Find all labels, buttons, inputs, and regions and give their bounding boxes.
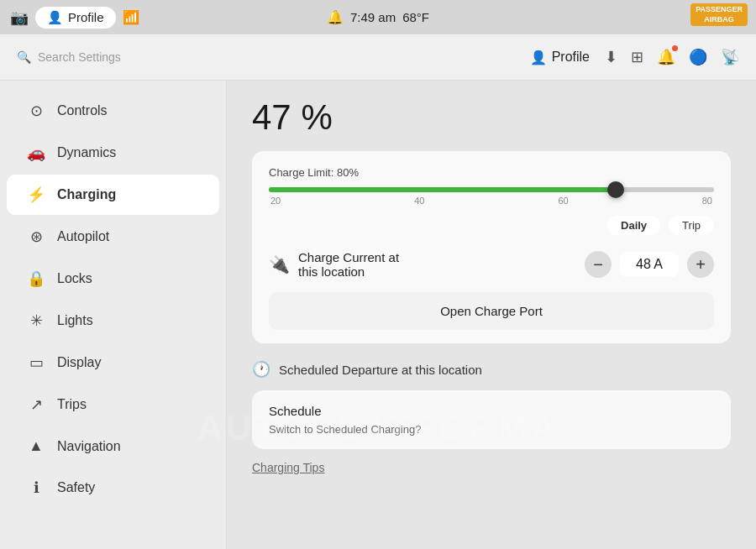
daily-button[interactable]: Daily [607,216,660,235]
slider-track [269,187,714,192]
sidebar-label-lights: Lights [57,313,93,328]
trip-button[interactable]: Trip [669,216,714,235]
schedule-subtitle: Switch to Scheduled Charging? [269,423,714,436]
sidebar-item-navigation[interactable]: ▲ Navigation [7,426,219,466]
scheduled-section: 🕐 Scheduled Departure at this location S… [252,360,731,474]
status-time: 7:49 am [350,10,396,24]
sidebar-item-trips[interactable]: ↗ Trips [7,384,219,425]
sidebar-label-display: Display [57,355,101,370]
sidebar-item-controls[interactable]: ⊙ Controls [7,91,219,131]
sidebar-item-safety[interactable]: ℹ Safety [7,468,219,508]
status-profile-pill[interactable]: 👤 Profile [35,7,116,29]
top-bar-icons: ⬇ ⊞ 🔔 🔵 📡 [605,48,739,66]
grid-icon[interactable]: ⊞ [631,48,643,66]
person-icon: 👤 [47,10,63,25]
wifi-slash-icon[interactable]: 📡 [721,48,739,66]
top-bar-profile-label: Profile [552,50,590,65]
sidebar-label-charging: Charging [57,187,116,202]
charge-limit-label: Charge Limit: 80% [269,166,714,179]
sidebar-item-locks[interactable]: 🔒 Locks [7,259,219,299]
charge-current-text: Charge Current at this location [298,250,399,279]
download-icon[interactable]: ⬇ [605,48,617,66]
sidebar-label-locks: Locks [57,271,92,286]
search-icon: 🔍 [17,50,31,64]
charging-tips-link[interactable]: Charging Tips [252,461,731,474]
status-bar-center: 🔔 7:49 am 68°F [327,9,429,25]
battery-percent: 47 % [252,97,731,138]
autopilot-icon: ⊛ [27,227,45,246]
safety-icon: ℹ [27,478,45,497]
dynamics-icon: 🚗 [27,144,45,162]
charge-card: Charge Limit: 80% 20 40 60 80 [252,151,731,343]
content-area: ⊙ Controls 🚗 Dynamics ⚡ Charging ⊛ Autop… [0,81,756,549]
tick-20: 20 [270,196,281,206]
slider-ticks: 20 40 60 80 [269,196,714,206]
charge-current-control: − 48 A + [585,251,714,278]
alert-icon: 🔔 [327,9,344,25]
schedule-title: Schedule [269,404,714,418]
decrement-button[interactable]: − [585,251,612,278]
lock-icon: 🔒 [27,269,45,288]
scheduled-departure-label: Scheduled Departure at this location [279,363,482,377]
schedule-card: Schedule Switch to Scheduled Charging? [252,390,731,449]
top-bar-profile[interactable]: 👤 Profile [530,50,590,65]
controls-icon: ⊙ [27,102,45,120]
lights-icon: ✳ [27,311,45,330]
camera-icon: 📷 [10,8,29,27]
display-icon: ▭ [27,353,45,372]
main-area: 🔍 Search Settings 👤 Profile ⬇ ⊞ 🔔 🔵 📡 ⊙ … [0,34,756,549]
passenger-airbag-badge: PASSENGER AIRBAG [690,3,748,26]
sidebar-label-controls: Controls [57,103,108,118]
scheduled-departure-row: 🕐 Scheduled Departure at this location [252,360,731,379]
navigation-icon: ▲ [27,437,45,455]
profile-person-icon: 👤 [530,50,547,65]
signal-icon: 📶 [123,9,139,25]
charge-current-row: 🔌 Charge Current at this location − 48 A… [269,243,714,285]
bell-icon[interactable]: 🔔 [657,48,675,66]
sidebar-label-autopilot: Autopilot [57,229,109,244]
slider-fill [269,187,616,192]
clock-icon: 🕐 [252,360,270,379]
sidebar-item-charging[interactable]: ⚡ Charging [7,175,219,215]
trips-icon: ↗ [27,395,45,414]
main-panel: 47 % Charge Limit: 80% 20 40 60 80 [227,81,756,549]
sidebar-item-lights[interactable]: ✳ Lights [7,301,219,341]
sidebar-item-dynamics[interactable]: 🚗 Dynamics [7,133,219,173]
daily-trip-row: Daily Trip [269,216,714,235]
open-charge-port-button[interactable]: Open Charge Port [269,292,714,330]
status-bar-left: 📷 👤 Profile 📶 [10,7,139,29]
charge-slider-container[interactable]: 20 40 60 80 [269,187,714,206]
sidebar-label-dynamics: Dynamics [57,145,116,160]
increment-button[interactable]: + [687,251,714,278]
sidebar-label-navigation: Navigation [57,439,121,454]
tick-80: 80 [702,196,712,206]
status-profile-label: Profile [68,10,104,24]
top-bar: 🔍 Search Settings 👤 Profile ⬇ ⊞ 🔔 🔵 📡 [0,34,756,81]
charging-icon: ⚡ [27,186,45,204]
search-box[interactable]: 🔍 Search Settings [17,50,121,64]
charge-current-value: 48 A [620,252,679,277]
status-bar: 📷 👤 Profile 📶 🔔 7:49 am 68°F PASSENGER A… [0,0,756,34]
tick-60: 60 [559,196,569,206]
status-temp: 68°F [402,10,429,24]
sidebar-item-display[interactable]: ▭ Display [7,342,219,383]
plug-icon: 🔌 [269,254,290,274]
sidebar: ⊙ Controls 🚗 Dynamics ⚡ Charging ⊛ Autop… [0,81,227,549]
sidebar-label-safety: Safety [57,480,95,495]
top-bar-right: 👤 Profile ⬇ ⊞ 🔔 🔵 📡 [530,48,739,66]
sidebar-label-trips: Trips [57,397,87,412]
charge-current-label: 🔌 Charge Current at this location [269,250,399,279]
sidebar-item-autopilot[interactable]: ⊛ Autopilot [7,217,219,257]
bluetooth-icon[interactable]: 🔵 [689,48,707,66]
tick-40: 40 [414,196,424,206]
search-placeholder: Search Settings [38,50,121,64]
